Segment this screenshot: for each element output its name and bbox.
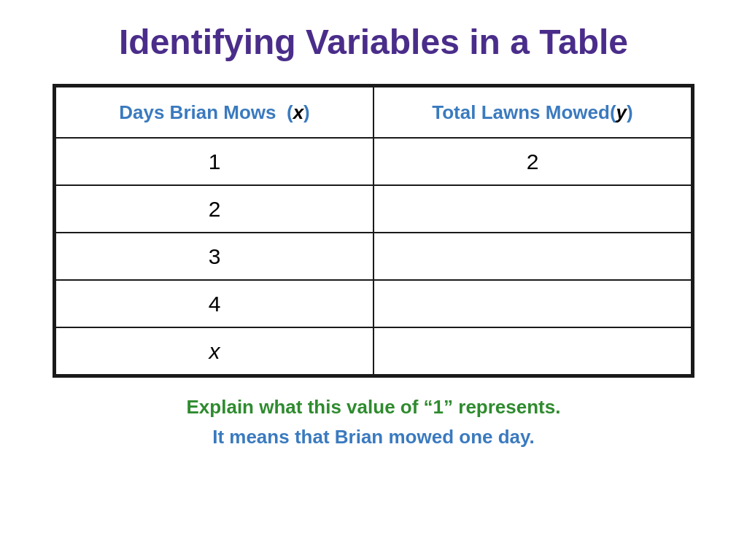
page-title: Identifying Variables in a Table	[119, 22, 628, 62]
table-header-row: Days Brian Mows (x) Total Lawns Mowed(y)	[55, 87, 692, 138]
row2-x: 2	[55, 185, 374, 233]
col-y-variable: y	[616, 101, 627, 123]
table-row: 4	[55, 280, 692, 327]
table-row: 2	[55, 185, 692, 233]
row4-x: 4	[55, 280, 374, 327]
row4-y	[374, 280, 692, 327]
table-row: 1 2	[55, 138, 692, 185]
col-x-header: Days Brian Mows (x)	[55, 87, 374, 138]
table-row: 3	[55, 233, 692, 280]
col-x-variable: x	[293, 101, 303, 123]
row3-x: 3	[55, 233, 374, 280]
explain-text: Explain what this value of “1” represent…	[187, 396, 561, 419]
row5-x: x	[55, 327, 374, 375]
col-y-label: Total Lawns Mowed	[432, 101, 610, 123]
variables-table: Days Brian Mows (x) Total Lawns Mowed(y)…	[55, 86, 692, 376]
table-row: x	[55, 327, 692, 375]
answer-text: It means that Brian mowed one day.	[212, 426, 535, 448]
col-x-label: Days Brian Mows	[119, 101, 276, 123]
row5-y	[374, 327, 692, 375]
col-y-header: Total Lawns Mowed(y)	[374, 87, 692, 138]
row3-y	[374, 233, 692, 280]
row1-x: 1	[55, 138, 374, 185]
main-table-container: Days Brian Mows (x) Total Lawns Mowed(y)…	[53, 84, 694, 378]
row1-y: 2	[374, 138, 692, 185]
row2-y	[374, 185, 692, 233]
